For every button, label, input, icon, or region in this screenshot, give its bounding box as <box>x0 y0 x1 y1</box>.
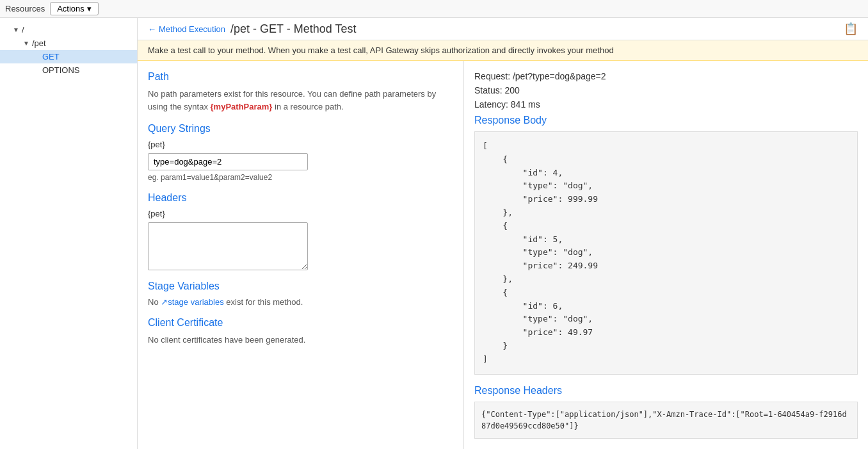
latency-info: Latency: 841 ms <box>474 99 858 110</box>
response-headers-title: Response Headers <box>474 385 858 396</box>
path-note-highlight: {myPathParam} <box>211 102 273 111</box>
stage-note: No ↗stage variables exist for this metho… <box>148 297 453 307</box>
banner-text: Make a test call to your method. When yo… <box>148 45 614 55</box>
query-input[interactable] <box>148 153 308 170</box>
actions-button[interactable]: Actions ▾ <box>50 2 99 15</box>
info-banner: Make a test call to your method. When yo… <box>138 40 868 61</box>
top-bar: Resources Actions ▾ <box>0 0 868 18</box>
response-headers-box: {"Content-Type":["application/json"],"X-… <box>474 402 858 439</box>
content-area: ← Method Execution /pet - GET - Method T… <box>138 18 868 449</box>
left-column: Path No path parameters exist for this r… <box>138 61 464 449</box>
page-title: /pet - GET - Method Test <box>230 22 356 36</box>
response-body-box: [ { "id": 4, "type": "dog", "price": 999… <box>474 131 858 375</box>
stage-variables-section: Stage Variables No ↗stage variables exis… <box>148 281 453 307</box>
headers-textarea[interactable] <box>148 222 308 270</box>
path-note-suffix: in a resource path. <box>272 102 343 111</box>
query-strings-section: Query Strings {pet} eg. param1=value1&pa… <box>148 123 453 182</box>
status-info: Status: 200 <box>474 85 858 95</box>
sidebar: ▼ / ▼ /pet GET OPTIONS <box>0 18 138 449</box>
back-link[interactable]: ← Method Execution <box>148 24 225 34</box>
request-info: Request: /pet?type=dog&page=2 <box>474 71 858 81</box>
sidebar-item-options[interactable]: OPTIONS <box>0 63 137 77</box>
sidebar-item-label-pet: /pet <box>32 38 46 48</box>
response-body-title: Response Body <box>474 115 858 126</box>
sidebar-item-root[interactable]: ▼ / <box>0 23 137 37</box>
headers-label: {pet} <box>148 209 453 218</box>
headers-section: Headers {pet} <box>148 192 453 270</box>
main-layout: ▼ / ▼ /pet GET OPTIONS ← Method Executio… <box>0 18 868 449</box>
external-link-icon: ↗ <box>161 297 168 307</box>
actions-label: Actions <box>57 4 84 13</box>
headers-title: Headers <box>148 192 453 204</box>
resources-label: Resources <box>5 4 45 13</box>
cert-note: No client certificates have been generat… <box>148 334 453 347</box>
back-link-label: Method Execution <box>159 24 225 34</box>
path-title: Path <box>148 71 453 83</box>
path-section: Path No path parameters exist for this r… <box>148 71 453 113</box>
stage-title: Stage Variables <box>148 281 453 292</box>
toggle-icon-pet: ▼ <box>23 40 32 47</box>
query-hint: eg. param1=value1&param2=value2 <box>148 173 453 182</box>
sidebar-item-pet[interactable]: ▼ /pet <box>0 37 137 50</box>
two-col-layout: Path No path parameters exist for this r… <box>138 61 868 449</box>
sidebar-item-label-root: / <box>22 25 24 35</box>
sidebar-item-label-get: GET <box>42 52 60 61</box>
sidebar-item-get[interactable]: GET <box>0 50 137 63</box>
sidebar-item-label-options: OPTIONS <box>42 65 80 75</box>
toggle-icon-root: ▼ <box>13 26 22 33</box>
page-header: ← Method Execution /pet - GET - Method T… <box>138 18 868 40</box>
stage-note-post: exist for this method. <box>224 297 303 307</box>
query-title: Query Strings <box>148 123 453 135</box>
query-label: {pet} <box>148 140 453 149</box>
stage-variables-link[interactable]: ↗stage variables <box>161 297 223 307</box>
stage-note-pre: No <box>148 297 161 307</box>
back-arrow-icon: ← <box>148 24 156 34</box>
cert-title: Client Certificate <box>148 317 453 329</box>
right-column: Request: /pet?type=dog&page=2 Status: 20… <box>464 61 868 449</box>
path-note: No path parameters exist for this resour… <box>148 88 453 113</box>
dropdown-arrow-icon: ▾ <box>87 4 92 13</box>
page-icon: 📋 <box>844 22 858 36</box>
client-cert-section: Client Certificate No client certificate… <box>148 317 453 347</box>
